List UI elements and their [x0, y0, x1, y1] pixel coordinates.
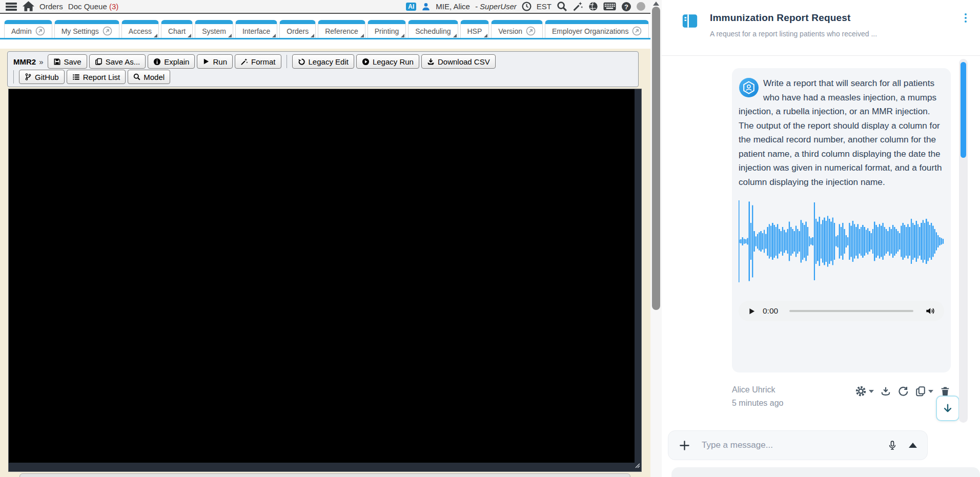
volume-icon[interactable] — [925, 306, 935, 316]
explain-button[interactable]: Explain — [148, 54, 195, 69]
expand-caret-icon[interactable] — [909, 443, 917, 448]
report-name[interactable]: MMR2» — [13, 57, 44, 66]
message-footer: Alice Uhrick 5 minutes ago — [732, 383, 951, 410]
message-input[interactable]: Type a message... — [668, 430, 928, 460]
help-icon[interactable]: ? — [621, 2, 631, 12]
clock-icon[interactable] — [522, 2, 532, 11]
toolbar-separator — [287, 55, 287, 68]
save-as--button[interactable]: Save As... — [89, 54, 146, 69]
button-label: Legacy Edit — [309, 57, 349, 66]
legacy-edit-button[interactable]: Legacy Edit — [292, 54, 354, 69]
run-button[interactable]: Run — [197, 54, 233, 69]
tab-hsp[interactable]: HSP — [460, 20, 489, 38]
chat-title: Immunization Report Request — [710, 12, 967, 24]
scroll-to-bottom-button[interactable] — [936, 396, 959, 421]
orders-link[interactable]: Orders — [39, 2, 63, 11]
tab-label: HSP — [467, 27, 482, 35]
download-csv-button[interactable]: Download CSV — [421, 54, 496, 69]
model-button[interactable]: Model — [128, 70, 170, 84]
rotate-left-icon — [298, 58, 305, 66]
tab-label: System — [202, 27, 226, 35]
chevron-right-icon[interactable]: » — [39, 57, 43, 66]
play-circle-icon — [362, 58, 370, 66]
copy-button[interactable] — [915, 386, 933, 397]
gear-dropdown-caret-icon[interactable] — [869, 390, 874, 393]
chat-scrollbar-thumb[interactable] — [961, 62, 966, 158]
button-label: Legacy Run — [373, 57, 414, 66]
save-button[interactable]: Save — [48, 54, 87, 69]
github-button[interactable]: GitHub — [19, 70, 65, 84]
toolbar-separator — [13, 70, 14, 84]
chat-panel: Immunization Report Request A request fo… — [662, 0, 980, 477]
report-list-button[interactable]: Report List — [67, 70, 126, 84]
external-link-icon[interactable] — [103, 26, 112, 36]
sidebar-layout-icon[interactable] — [681, 12, 699, 30]
regenerate-button[interactable] — [897, 386, 909, 397]
copy-dropdown-caret-icon[interactable] — [928, 390, 933, 393]
top-bar: Orders Doc Queue (3) AI MIE, Alice - Sup… — [0, 0, 650, 14]
editor-horizontal-scrollbar[interactable] — [19, 473, 630, 477]
tab-admin[interactable]: Admin — [4, 20, 52, 38]
tab-label: Printing — [375, 27, 399, 35]
tab-chart[interactable]: Chart — [161, 20, 193, 38]
tab-version[interactable]: Version — [491, 20, 543, 38]
audio-seek-slider[interactable] — [789, 310, 913, 312]
wand-icon[interactable] — [573, 1, 583, 12]
editor-code-area[interactable] — [9, 89, 635, 463]
sql-editor[interactable] — [8, 89, 642, 472]
kebab-menu-icon[interactable] — [965, 13, 967, 23]
audio-current-time: 0:00 — [763, 306, 778, 316]
tab-system[interactable]: System — [195, 20, 233, 38]
page-vertical-scrollbar[interactable] — [650, 0, 662, 477]
chat-subtitle: A request for a report listing patients … — [710, 30, 967, 38]
audio-waveform-container[interactable] — [739, 200, 944, 282]
globe-icon[interactable] — [588, 2, 598, 11]
button-label: GitHub — [35, 73, 59, 81]
audio-play-button[interactable] — [748, 307, 756, 315]
attach-plus-icon[interactable] — [679, 440, 690, 451]
tab-label: Admin — [11, 27, 32, 35]
ai-badge[interactable]: AI — [406, 3, 416, 11]
tab-interface[interactable]: Interface — [235, 20, 277, 38]
home-icon[interactable] — [23, 1, 34, 12]
tab-employer-organizations[interactable]: Employer Organizations — [545, 20, 649, 38]
svg-text:?: ? — [624, 3, 628, 10]
tab-label: Scheduling — [415, 27, 451, 35]
user-name[interactable]: MIE, Alice — [436, 2, 470, 11]
button-label: Download CSV — [438, 57, 490, 66]
keyboard-icon[interactable] — [603, 2, 616, 11]
tab-label: Access — [129, 27, 152, 35]
settings-gear-button[interactable] — [855, 385, 874, 397]
tab-reference[interactable]: Reference — [318, 20, 365, 38]
tab-menu-corner-icon — [484, 34, 487, 37]
download-icon — [427, 58, 435, 66]
tab-access[interactable]: Access — [121, 20, 159, 38]
doc-queue-link[interactable]: Doc Queue (3) — [68, 2, 118, 11]
tab-my-settings[interactable]: My Settings — [54, 20, 119, 38]
resize-grip-icon[interactable] — [633, 461, 640, 470]
format-button[interactable]: Format — [235, 54, 281, 69]
scrollbar-up-arrow-icon[interactable] — [653, 2, 659, 6]
status-dot — [637, 2, 645, 11]
user-icon — [421, 2, 431, 11]
tab-menu-corner-icon — [453, 34, 457, 37]
audio-waveform[interactable] — [739, 200, 944, 282]
search-icon[interactable] — [557, 1, 567, 12]
tab-scheduling[interactable]: Scheduling — [408, 20, 458, 38]
tab-printing[interactable]: Printing — [368, 20, 406, 38]
external-link-icon[interactable] — [526, 26, 536, 36]
git-branch-icon — [25, 73, 32, 80]
tab-bar: AdminMy SettingsAccessChartSystemInterfa… — [0, 14, 650, 39]
scrollbar-thumb[interactable] — [652, 7, 660, 310]
external-link-icon[interactable] — [632, 26, 642, 36]
button-label: Model — [144, 73, 165, 81]
hamburger-menu-icon[interactable] — [5, 2, 17, 12]
legacy-run-button[interactable]: Legacy Run — [356, 54, 419, 69]
tab-orders[interactable]: Orders — [279, 20, 316, 38]
timezone-label: EST — [537, 2, 552, 11]
download-audio-button[interactable] — [880, 386, 891, 397]
message-author: Alice Uhrick — [732, 383, 784, 397]
microphone-icon[interactable] — [887, 440, 897, 451]
external-link-icon[interactable] — [35, 26, 45, 36]
tab-menu-corner-icon — [272, 34, 276, 37]
